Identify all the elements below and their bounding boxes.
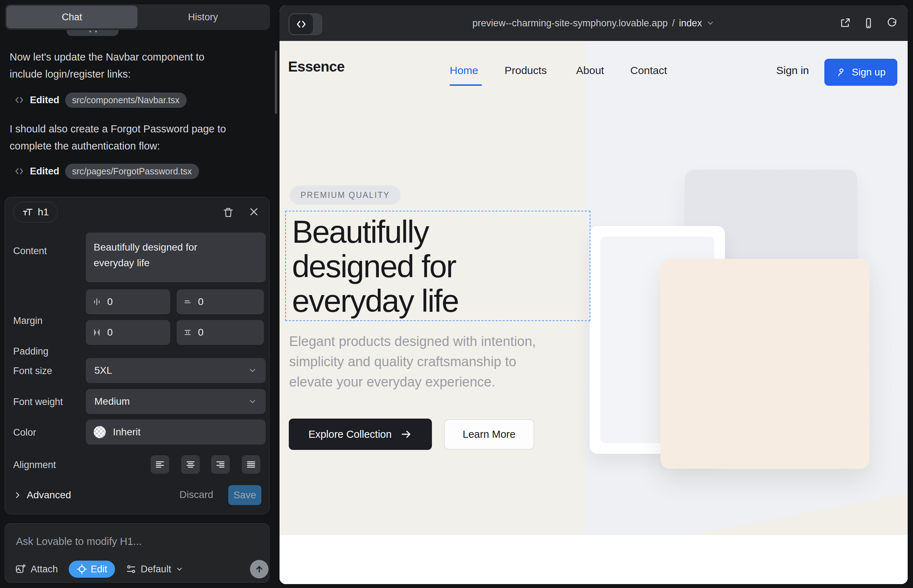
- hero-paragraph: Elegant products designed with intention…: [289, 331, 536, 392]
- content-label: Content: [13, 246, 47, 257]
- send-button[interactable]: [250, 560, 269, 578]
- element-tag-label: h1: [38, 207, 49, 218]
- learn-more-button[interactable]: Learn More: [444, 419, 534, 449]
- margin-x-input[interactable]: 0: [86, 289, 170, 314]
- chat-message: Now let's update the Navbar component to…: [10, 48, 270, 82]
- edited-label: Edited: [30, 95, 60, 106]
- delete-element-button[interactable]: [222, 207, 234, 218]
- element-tag-chip[interactable]: h1: [13, 202, 58, 223]
- chevron-right-icon: [13, 491, 22, 499]
- open-external-icon[interactable]: [839, 18, 851, 29]
- chat-history-tabbar: Chat History: [5, 4, 270, 30]
- nav-link-home[interactable]: Home: [450, 65, 478, 76]
- font-weight-select[interactable]: Medium: [86, 389, 265, 414]
- user-icon: [836, 67, 847, 78]
- hero-heading[interactable]: Beautifully designed for everyday life: [292, 215, 458, 318]
- file-chip[interactable]: src/pages/ForgotPassword.tsx: [65, 164, 199, 179]
- chat-sidebar: Chat History Now let's update the Navbar…: [0, 0, 280, 588]
- padding-vertical-icon: [183, 328, 192, 337]
- font-size-select[interactable]: 5XL: [86, 358, 265, 383]
- tab-history[interactable]: History: [138, 6, 269, 29]
- mobile-view-icon[interactable]: [863, 18, 874, 29]
- next-section: [280, 535, 908, 584]
- site-canvas: Essence Home Products About Contact Sign…: [280, 41, 908, 584]
- advanced-toggle[interactable]: Advanced: [13, 487, 71, 503]
- alignment-label: Alignment: [13, 459, 56, 470]
- padding-label: Padding: [13, 346, 49, 357]
- save-button[interactable]: Save: [228, 485, 261, 505]
- padding-x-input[interactable]: 0: [86, 320, 170, 345]
- crosshair-icon: [76, 564, 87, 575]
- align-justify-button[interactable]: [242, 455, 260, 474]
- discard-button[interactable]: Discard: [180, 489, 213, 501]
- nav-home-underline: [450, 84, 482, 86]
- nav-link-contact[interactable]: Contact: [630, 65, 667, 76]
- edit-mode-button[interactable]: Edit: [69, 561, 115, 578]
- chevron-down-icon: [706, 19, 715, 27]
- url-text: preview--charming-site-symphony.lovable.…: [473, 18, 668, 29]
- code-icon: [14, 95, 24, 105]
- explore-collection-button[interactable]: Explore Collection: [289, 418, 432, 450]
- chevron-down-icon: [176, 565, 183, 573]
- composer-input[interactable]: Ask Lovable to modify H1...: [16, 536, 142, 548]
- font-size-label: Font size: [13, 365, 52, 376]
- align-left-button[interactable]: [151, 455, 169, 474]
- model-default-select[interactable]: Default: [126, 564, 183, 575]
- chat-composer: Ask Lovable to modify H1... Attach Edit: [5, 523, 270, 583]
- nav-link-about[interactable]: About: [576, 65, 604, 76]
- preview-topbar: preview--charming-site-symphony.lovable.…: [280, 5, 908, 41]
- file-chip[interactable]: src/components/Navbar.tsx: [65, 92, 187, 108]
- margin-vertical-icon: [183, 297, 192, 307]
- preview-window: preview--charming-site-symphony.lovable.…: [280, 5, 908, 584]
- sign-up-button[interactable]: Sign up: [824, 59, 897, 86]
- url-bar[interactable]: preview--charming-site-symphony.lovable.…: [280, 5, 908, 41]
- chat-message: I should also create a Forgot Password p…: [10, 120, 270, 155]
- arrow-up-icon: [254, 564, 264, 574]
- tab-chat[interactable]: Chat: [6, 6, 138, 29]
- chevron-down-icon: [248, 397, 257, 406]
- align-right-button[interactable]: [211, 455, 230, 474]
- align-center-button[interactable]: [181, 455, 200, 474]
- font-weight-label: Font weight: [13, 396, 63, 407]
- padding-horizontal-icon: [92, 328, 102, 337]
- margin-label: Margin: [13, 315, 43, 326]
- chevron-down-icon: [248, 366, 257, 375]
- chat-scrollbar[interactable]: [275, 50, 277, 114]
- refresh-icon[interactable]: [886, 18, 898, 29]
- content-input[interactable]: Beautifully designed for everyday life: [86, 233, 265, 282]
- close-panel-button[interactable]: [249, 207, 261, 218]
- app-window: Chat History Now let's update the Navbar…: [0, 0, 913, 588]
- edited-file-row: Edited src/components/Navbar.tsx: [14, 92, 186, 108]
- url-page: index: [679, 18, 702, 29]
- edited-label: Edited: [30, 166, 60, 177]
- type-icon: [22, 207, 34, 218]
- color-label: Color: [13, 427, 36, 438]
- code-icon: [14, 166, 24, 176]
- site-logo[interactable]: Essence: [288, 59, 345, 75]
- edited-file-row: Edited src/pages/ForgotPassword.tsx: [14, 163, 199, 179]
- decorative-card-cream: [660, 259, 869, 469]
- attach-button[interactable]: Attach: [15, 564, 58, 575]
- margin-horizontal-icon: [92, 297, 102, 307]
- sliders-icon: [126, 564, 136, 575]
- arrow-right-icon: [400, 428, 412, 440]
- sign-in-link[interactable]: Sign in: [776, 65, 809, 76]
- element-editor-panel: h1 Content Beautifully designed for ever…: [5, 197, 270, 514]
- url-separator: /: [672, 18, 675, 29]
- attach-image-icon: [15, 564, 26, 575]
- color-field[interactable]: Inherit: [86, 420, 265, 444]
- padding-y-input[interactable]: 0: [176, 320, 264, 345]
- premium-quality-badge: PREMIUM QUALITY: [290, 186, 401, 205]
- clipped-chip: [66, 30, 118, 36]
- topbar-actions: [839, 5, 898, 41]
- composer-toolbar: Attach Edit Default: [15, 561, 183, 578]
- nav-link-products[interactable]: Products: [505, 65, 547, 76]
- margin-y-input[interactable]: 0: [176, 289, 264, 314]
- color-swatch-icon: [94, 426, 106, 438]
